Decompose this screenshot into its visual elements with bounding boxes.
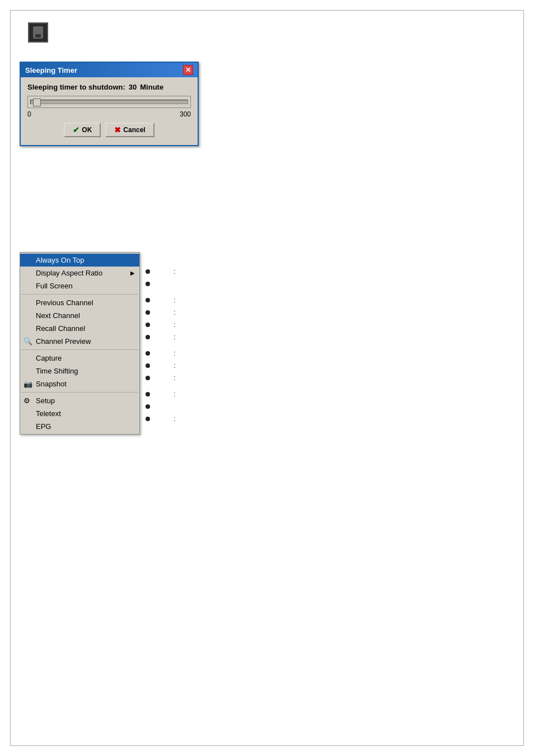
ok-label: OK — [82, 126, 92, 134]
timer-label: Sleeping timer to shutdown: — [27, 83, 125, 91]
dot-marker-full-screen — [146, 282, 150, 286]
dot-marker-display-aspect-ratio — [146, 269, 150, 274]
dialog-close-button[interactable]: ✕ — [183, 65, 193, 75]
channel-preview-icon: 🔍 — [24, 337, 32, 346]
shortcut-colon-time-shifting: : — [174, 361, 176, 370]
app-icon — [28, 22, 48, 43]
channel-preview-label: Channel Preview — [36, 337, 91, 346]
menu-item-always-on-top[interactable]: Always On Top — [20, 254, 139, 267]
menu-item-snapshot[interactable]: 📷Snapshot — [20, 377, 139, 390]
slider-max-label: 300 — [180, 110, 191, 118]
shortcut-colon-snapshot: : — [174, 374, 176, 382]
menu-separator-8 — [21, 349, 138, 350]
menu-item-recall-channel[interactable]: Recall Channel — [20, 322, 139, 335]
cancel-label: Cancel — [123, 126, 145, 134]
epg-label: EPG — [36, 422, 51, 431]
slider-min-label: 0 — [27, 110, 31, 118]
sleeping-timer-dialog: Sleeping Timer ✕ Sleeping timer to shutd… — [20, 62, 199, 146]
timer-unit: Minute — [140, 83, 163, 91]
context-menu: Always On TopDisplay Aspect RatioFull Sc… — [20, 252, 140, 435]
menu-item-next-channel[interactable]: Next Channel — [20, 309, 139, 322]
slider-thumb[interactable] — [33, 99, 41, 106]
timer-row: Sleeping timer to shutdown: 30 Minute — [27, 83, 191, 91]
dialog-titlebar: Sleeping Timer ✕ — [21, 63, 198, 77]
shortcut-colon-setup: : — [174, 390, 176, 398]
dot-marker-channel-preview — [146, 335, 150, 339]
previous-channel-label: Previous Channel — [36, 298, 93, 307]
dialog-body: Sleeping timer to shutdown: 30 Minute 0 … — [21, 77, 198, 145]
time-shifting-label: Time Shifting — [36, 367, 78, 375]
dot-marker-time-shifting — [146, 363, 150, 368]
full-screen-label: Full Screen — [36, 282, 73, 290]
cancel-button[interactable]: ✖ Cancel — [105, 123, 154, 137]
dialog-title: Sleeping Timer — [25, 66, 77, 74]
dialog-buttons: ✔ OK ✖ Cancel — [27, 123, 191, 139]
menu-separator-12 — [21, 392, 138, 393]
shortcut-colon-capture: : — [174, 349, 176, 357]
snapshot-icon: 📷 — [24, 380, 32, 388]
dot-marker-next-channel — [146, 310, 150, 315]
dot-marker-snapshot — [146, 376, 150, 380]
always-on-top-label: Always On Top — [36, 256, 84, 264]
menu-item-teletext[interactable]: Teletext — [20, 407, 139, 420]
next-channel-label: Next Channel — [36, 311, 80, 320]
menu-item-capture[interactable]: Capture — [20, 352, 139, 365]
timer-value: 30 — [129, 83, 137, 91]
shortcut-colon-channel-preview: : — [174, 333, 176, 341]
menu-item-channel-preview[interactable]: 🔍Channel Preview — [20, 335, 139, 348]
menu-item-previous-channel[interactable]: Previous Channel — [20, 296, 139, 309]
menu-item-epg[interactable]: EPG — [20, 420, 139, 433]
setup-icon: ⚙ — [24, 396, 30, 405]
teletext-label: Teletext — [36, 409, 61, 418]
ok-button[interactable]: ✔ OK — [64, 123, 101, 137]
shortcut-colon-display-aspect-ratio: : — [174, 267, 176, 276]
menu-item-time-shifting[interactable]: Time Shifting — [20, 365, 139, 377]
slider-labels: 0 300 — [27, 110, 191, 118]
slider-container — [27, 96, 191, 108]
snapshot-label: Snapshot — [36, 380, 67, 388]
app-icon-graphic — [33, 26, 43, 39]
capture-label: Capture — [36, 354, 62, 362]
shortcut-colon-previous-channel: : — [174, 296, 176, 304]
dot-marker-previous-channel — [146, 298, 150, 302]
ok-check-icon: ✔ — [73, 125, 79, 134]
dot-marker-capture — [146, 351, 150, 356]
shortcut-colon-recall-channel: : — [174, 320, 176, 329]
recall-channel-label: Recall Channel — [36, 324, 85, 333]
menu-item-setup[interactable]: ⚙Setup — [20, 394, 139, 407]
shortcut-colon-epg: : — [174, 414, 176, 423]
slider-track[interactable] — [30, 100, 188, 104]
dot-marker-setup — [146, 392, 150, 396]
menu-item-full-screen[interactable]: Full Screen — [20, 279, 139, 292]
menu-item-display-aspect-ratio[interactable]: Display Aspect Ratio — [20, 267, 139, 279]
shortcut-colon-next-channel: : — [174, 308, 176, 316]
dot-marker-epg — [146, 417, 150, 421]
setup-label: Setup — [36, 396, 55, 405]
dot-marker-recall-channel — [146, 323, 150, 327]
dot-marker-teletext — [146, 404, 150, 409]
menu-separator-3 — [21, 294, 138, 295]
cancel-x-icon: ✖ — [114, 125, 121, 134]
display-aspect-ratio-label: Display Aspect Ratio — [36, 269, 102, 277]
